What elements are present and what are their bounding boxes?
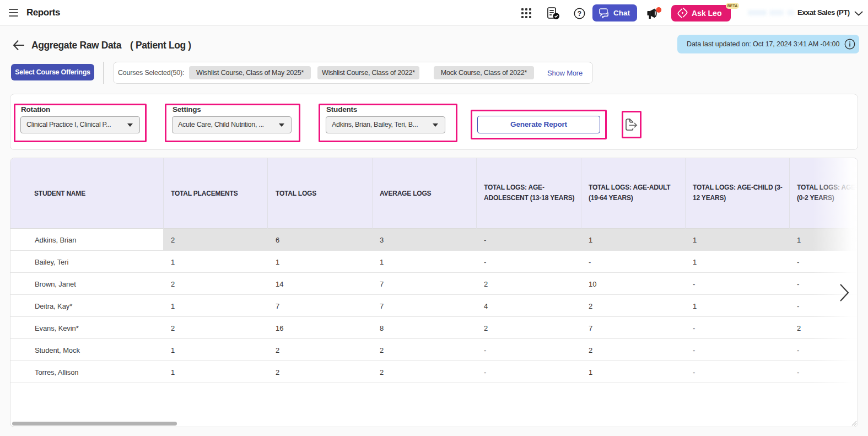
- svg-text:?: ?: [578, 10, 581, 18]
